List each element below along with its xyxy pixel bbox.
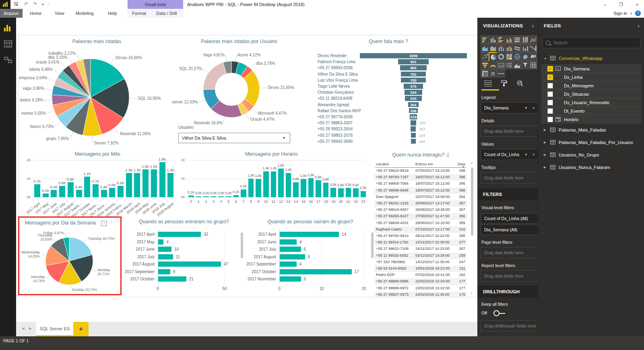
table-row[interactable]: +55 11 99314-179214/11/2017 22:39:00277 — [374, 240, 468, 247]
add-page-button[interactable]: + — [73, 322, 89, 336]
field-Dt_Evento[interactable]: Dt_Evento — [541, 107, 641, 115]
h-bar[interactable] — [280, 261, 297, 267]
matrix-icon[interactable] — [481, 69, 489, 78]
drillthrough-drop-zone[interactable]: Drag drillthrough fields here — [481, 320, 538, 331]
waterfall-chart-icon[interactable] — [529, 44, 537, 52]
h-bar[interactable] — [158, 276, 186, 282]
legend-well-value[interactable]: Dia_Semana ▼ × — [481, 102, 538, 113]
field-checkbox[interactable] — [547, 100, 553, 105]
column-bar[interactable] — [101, 190, 107, 197]
h-bar[interactable] — [158, 261, 221, 267]
funnel-bar[interactable] — [411, 120, 416, 126]
field-Ds_Linha[interactable]: ✓ Ds_Linha — [541, 73, 641, 81]
field-checkbox[interactable]: ✓ — [547, 66, 553, 72]
column-bar[interactable] — [134, 173, 140, 197]
column-bar[interactable] — [301, 179, 306, 197]
visual-entraram-no-grupo[interactable]: Quando as pessoas entraram no grupo? 050… — [124, 217, 244, 294]
remove-field-icon[interactable]: × — [533, 105, 535, 110]
column-bar[interactable] — [151, 169, 157, 197]
h-bar[interactable] — [158, 232, 201, 237]
user-slicer-dropdown[interactable]: Vithor Da Silva E Silva ▼ — [178, 133, 290, 143]
restore-button[interactable]: ❐ — [614, 0, 628, 9]
column-bar[interactable] — [338, 188, 344, 197]
field-checkbox[interactable] — [547, 91, 553, 97]
field-Ds_Situacao[interactable]: Ds_Situacao — [541, 90, 641, 98]
h-bar[interactable] — [280, 276, 301, 282]
column-bar[interactable] — [76, 190, 82, 197]
h-bar[interactable] — [280, 254, 305, 259]
column-bar[interactable] — [308, 178, 314, 197]
filled-map-icon[interactable] — [521, 52, 529, 61]
visual-mensagens-por-horario[interactable]: Mensagens por Horário 2K1K0K0,1K00,0K10,… — [176, 150, 366, 215]
column-bar[interactable] — [159, 162, 165, 197]
table-column-header[interactable]: Entrou em — [415, 162, 433, 166]
clustered-bar-chart-icon[interactable] — [497, 35, 505, 44]
column-bar[interactable] — [256, 179, 261, 197]
column-bar[interactable] — [316, 180, 321, 197]
ellipsis-icon[interactable] — [497, 69, 505, 78]
stacked-area-chart-icon[interactable] — [489, 44, 497, 52]
field-table-Usuarios_No_Grupo[interactable]: ▶ Usuarios_No_Grupo — [538, 150, 644, 159]
visual-mensagens-por-dia-semana[interactable]: Mensagens por Dia da Semana ↗ ··· Tuesda… — [18, 216, 122, 295]
expand-icon[interactable]: ▶ — [544, 128, 548, 132]
ribbon-chart-icon[interactable] — [513, 44, 521, 52]
table-column-header[interactable]: Usuário — [376, 162, 389, 166]
column-bar[interactable] — [263, 171, 269, 197]
ribbon-tab-modeling[interactable]: Modeling — [76, 9, 94, 18]
table-row[interactable]: Raphael Castro07/10/2017 12:17:00315 — [374, 227, 468, 234]
column-bar[interactable] — [126, 173, 132, 197]
expand-icon[interactable]: ▶ — [544, 166, 548, 169]
stacked-column-chart-icon[interactable] — [489, 35, 497, 44]
map-icon[interactable] — [513, 52, 521, 61]
column-bar[interactable] — [51, 190, 57, 197]
sort-descending-icon[interactable]: ▼ — [462, 166, 464, 168]
chevron-down-icon[interactable]: ▼ — [524, 153, 528, 156]
more-options-icon[interactable]: ··· — [111, 218, 117, 224]
column-bar[interactable] — [59, 186, 65, 197]
tooltips-drop-zone[interactable]: Drag data fields here — [481, 172, 538, 183]
line-chart-icon[interactable] — [529, 35, 537, 44]
area-chart-icon[interactable] — [481, 44, 489, 52]
column-bar[interactable] — [248, 179, 254, 197]
collapse-panel-icon[interactable]: › — [532, 23, 534, 29]
field-table-Usuarios_Nunca_Falaram[interactable]: ▶ Usuarios_Nunca_Falaram — [538, 163, 644, 172]
table-row[interactable]: +55 27 99783-716718/07/2017 15:12:00396 — [374, 175, 468, 181]
column-bar[interactable] — [271, 171, 277, 197]
column-bar[interactable] — [293, 182, 299, 197]
field-Horário[interactable]: Horário — [541, 115, 641, 124]
sign-in-link[interactable]: Sign in — [613, 11, 627, 16]
chevron-down-icon[interactable]: ▼ — [524, 106, 528, 110]
h-bar[interactable] — [158, 247, 171, 252]
column-bar[interactable] — [241, 189, 246, 197]
field-Dia_Semana[interactable]: ✓ fx Dia_Semana — [541, 64, 641, 73]
gauge-icon[interactable] — [489, 61, 497, 69]
ribbon-tab-format[interactable]: Format — [132, 9, 146, 18]
h-bar[interactable] — [280, 269, 352, 274]
report-view-icon[interactable] — [4, 23, 12, 31]
ribbon-tab-view[interactable]: View — [55, 9, 64, 18]
canvas-scrollbar[interactable] — [471, 167, 473, 236]
undo-icon[interactable]: ↶ — [24, 1, 28, 7]
page-filters-drop-zone[interactable]: Drag data fields here — [481, 247, 538, 258]
h-bar[interactable] — [158, 239, 163, 245]
h-bar[interactable] — [158, 254, 173, 259]
kpi-icon[interactable]: 1 — [513, 61, 521, 69]
table-row[interactable]: +55 27 99880-599622/02/2018 22:34:00177 — [374, 279, 468, 286]
keep-all-filters-toggle[interactable] — [493, 310, 505, 316]
filter-chip-dia-semana[interactable]: Dia_Semana (All) — [481, 224, 538, 235]
column-bar[interactable] — [346, 188, 351, 197]
visual-scrollbar[interactable] — [371, 233, 374, 258]
field-Ds_Mensagem[interactable]: Ds_Mensagem — [541, 81, 641, 90]
column-bar[interactable] — [188, 196, 194, 197]
visual-quem-fala-mais[interactable]: Quem fala mais ? Dirceu Resende3209Fabri… — [308, 37, 469, 146]
focus-mode-icon[interactable]: ↗ — [101, 221, 107, 226]
visual-palavras-mais-citadas[interactable]: Palavras mais citadas Dirceu 16,99%SQL 1… — [19, 37, 174, 146]
scroll-down-arrow[interactable]: ▼ — [471, 292, 473, 294]
column-bar[interactable] — [211, 196, 217, 197]
field-checkbox[interactable] — [547, 83, 553, 89]
column-bar[interactable] — [203, 196, 209, 197]
line-clustered-column-chart-icon[interactable] — [505, 44, 513, 52]
tab-analytics[interactable] — [515, 79, 525, 88]
chevron-down-icon[interactable]: ▾ — [630, 12, 632, 15]
field-checkbox[interactable] — [547, 108, 553, 114]
